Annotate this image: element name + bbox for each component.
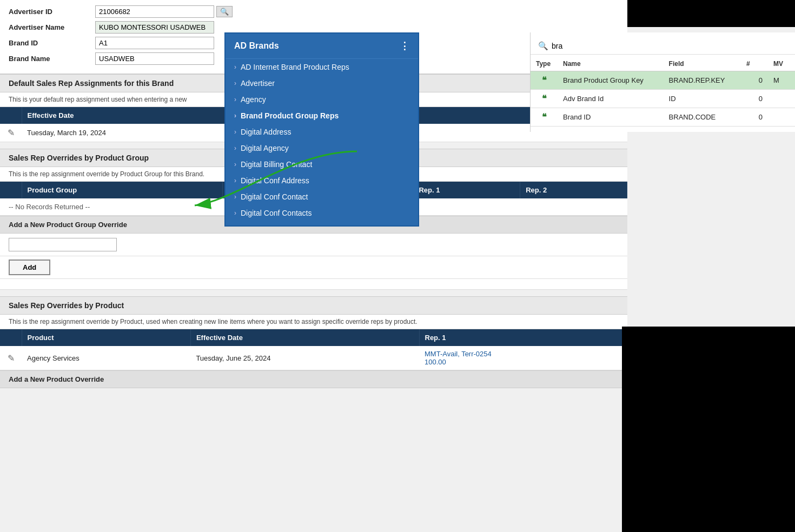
ad-brands-dropdown: AD Brands ⋮ › AD Internet Brand Product … xyxy=(224,32,419,227)
dropdown-item-label: Digital Agency xyxy=(241,144,289,152)
col-name-header: Name xyxy=(558,57,664,71)
col-rep1: Rep. 1 xyxy=(419,329,627,346)
result-name-cell: Brand ID xyxy=(558,108,664,127)
result-mv-cell xyxy=(768,90,795,108)
rep1-cell: MMT-Avail, Terr-0254100.00 xyxy=(419,346,627,370)
dropdown-item-label: AD Internet Brand Product Reps xyxy=(241,63,349,71)
col-mv-header: MV xyxy=(768,57,795,71)
brand-id-input[interactable] xyxy=(95,37,214,49)
search-icon: 🔍 xyxy=(538,41,548,51)
result-name-cell: Adv Brand Id xyxy=(558,90,664,108)
dropdown-item-label: Brand Product Group Reps xyxy=(241,111,339,120)
edit-icon[interactable]: ✎ xyxy=(8,354,15,363)
col-effective-date: Effective Date xyxy=(190,329,419,346)
table-row: ✎ Agency Services Tuesday, June 25, 2024… xyxy=(0,346,627,370)
results-table: Type Name Field # MV ❝ Brand Product Gro… xyxy=(531,57,795,127)
col-hash-header: # xyxy=(741,57,768,71)
result-name-cell: Brand Product Group Key xyxy=(558,71,664,90)
chevron-right-icon: › xyxy=(234,209,236,217)
search-bar: 🔍 xyxy=(531,38,795,55)
chevron-right-icon: › xyxy=(234,177,236,184)
advertiser-id-search-btn[interactable]: 🔍 xyxy=(216,6,233,17)
result-field-cell: BRAND.REP.KEY xyxy=(664,71,741,90)
product-cell: Agency Services xyxy=(22,346,190,370)
result-count-cell: 0 xyxy=(741,71,768,90)
col-product-group: Product Group xyxy=(22,182,222,198)
dropdown-item-digital-conf-contacts[interactable]: › Digital Conf Contacts xyxy=(226,205,418,221)
overrides-product-table: Product Effective Date Rep. 1 ✎ Agency S… xyxy=(0,329,627,370)
right-panel: 🔍 Type Name Field # MV ❝ Brand Product G… xyxy=(530,32,795,132)
result-field-cell: ID xyxy=(664,90,741,108)
dropdown-item-digital-billing-contact[interactable]: › Digital Billing Contact xyxy=(226,156,418,172)
overrides-product-desc: This is the rep assignment override by P… xyxy=(0,315,627,329)
add-product-group-input[interactable] xyxy=(9,238,117,251)
dropdown-item-label: Digital Address xyxy=(241,128,291,136)
col-rep1: Rep. 1 xyxy=(413,182,520,198)
edit-icon[interactable]: ✎ xyxy=(8,128,15,137)
dropdown-header: AD Brands ⋮ xyxy=(226,34,418,59)
chevron-right-icon: › xyxy=(234,63,236,71)
advertiser-name-row: Advertiser Name xyxy=(9,21,619,34)
dropdown-item-brand-product-group-reps[interactable]: › Brand Product Group Reps xyxy=(226,108,418,124)
table-row[interactable]: ❝ Adv Brand Id ID 0 xyxy=(531,90,795,108)
brand-id-label: Brand ID xyxy=(9,39,95,47)
black-overlay-bottom-right xyxy=(622,327,795,532)
dropdown-item-label: Digital Conf Contacts xyxy=(241,209,312,217)
brand-name-input[interactable] xyxy=(95,52,214,65)
add-product-group-btn[interactable]: Add xyxy=(9,260,50,275)
result-mv-cell: M xyxy=(768,71,795,90)
result-field-cell: BRAND.CODE xyxy=(664,108,741,127)
col-type-header: Type xyxy=(531,57,558,71)
dropdown-item-advertiser[interactable]: › Advertiser xyxy=(226,75,418,91)
dropdown-item-digital-agency[interactable]: › Digital Agency xyxy=(226,140,418,156)
dropdown-item-label: Agency xyxy=(241,95,266,104)
chevron-right-icon: › xyxy=(234,96,236,103)
brand-name-label: Brand Name xyxy=(9,55,95,63)
chevron-right-icon: › xyxy=(234,128,236,136)
quote-icon: ❝ xyxy=(542,76,547,85)
overrides-product-section: Sales Rep Overrides by Product This is t… xyxy=(0,296,627,388)
col-icon xyxy=(0,329,22,346)
search-input[interactable] xyxy=(552,42,638,50)
dropdown-item-digital-conf-contact[interactable]: › Digital Conf Contact xyxy=(226,189,418,205)
dropdown-item-label: Digital Conf Contact xyxy=(241,192,308,201)
advertiser-id-label: Advertiser ID xyxy=(9,8,95,16)
dropdown-item-digital-conf-address[interactable]: › Digital Conf Address xyxy=(226,172,418,189)
col-icon xyxy=(0,107,22,124)
dropdown-more-btn[interactable]: ⋮ xyxy=(400,40,409,52)
result-mv-cell xyxy=(768,108,795,127)
overrides-product-title: Sales Rep Overrides by Product xyxy=(0,296,627,315)
dropdown-item-label: Advertiser xyxy=(241,79,275,88)
dropdown-item-label: Digital Billing Contact xyxy=(241,160,312,169)
dropdown-title: AD Brands xyxy=(234,41,279,51)
col-icon xyxy=(0,182,22,198)
chevron-right-icon: › xyxy=(234,112,236,119)
advertiser-id-input[interactable] xyxy=(95,5,214,18)
effective-date-cell: Tuesday, June 25, 2024 xyxy=(190,346,419,370)
dropdown-item-ad-internet-brand[interactable]: › AD Internet Brand Product Reps xyxy=(226,59,418,75)
advertiser-name-label: Advertiser Name xyxy=(9,23,95,31)
advertiser-name-input[interactable] xyxy=(95,21,214,34)
quote-icon: ❝ xyxy=(542,94,547,103)
chevron-right-icon: › xyxy=(234,193,236,201)
quote-icon: ❝ xyxy=(542,112,547,122)
chevron-right-icon: › xyxy=(234,144,236,152)
dropdown-item-digital-address[interactable]: › Digital Address xyxy=(226,124,418,140)
black-overlay-top-right xyxy=(627,0,795,27)
dropdown-item-label: Digital Conf Address xyxy=(241,176,309,185)
advertiser-id-row: Advertiser ID 🔍 xyxy=(9,5,619,18)
add-product-override-title: Add a New Product Override xyxy=(0,370,627,388)
chevron-right-icon: › xyxy=(234,161,236,168)
col-rep2: Rep. 2 xyxy=(520,182,627,198)
dropdown-item-agency[interactable]: › Agency xyxy=(226,91,418,108)
table-row[interactable]: ❝ Brand ID BRAND.CODE 0 xyxy=(531,108,795,127)
col-field-header: Field xyxy=(664,57,741,71)
chevron-right-icon: › xyxy=(234,79,236,87)
col-product: Product xyxy=(22,329,190,346)
table-row[interactable]: ❝ Brand Product Group Key BRAND.REP.KEY … xyxy=(531,71,795,90)
result-count-cell: 0 xyxy=(741,108,768,127)
result-count-cell: 0 xyxy=(741,90,768,108)
